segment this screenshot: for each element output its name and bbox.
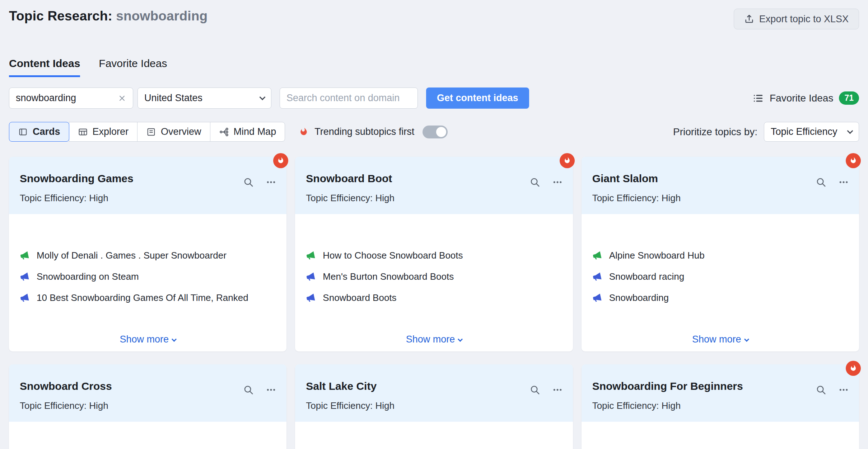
headline-item[interactable]: Molly of Denali . Games . Super Snowboar…	[20, 250, 276, 261]
favorite-ideas-link[interactable]: Favorite Ideas 71	[752, 91, 859, 105]
list-icon	[752, 93, 764, 104]
prioritize-label: Prioritize topics by:	[673, 126, 757, 138]
headline-text: How to Choose Snowboard Boots	[323, 250, 463, 261]
megaphone-icon	[306, 272, 316, 282]
card-topic-efficiency: Topic Efficiency: High	[592, 193, 848, 204]
headline-text: Snowboard racing	[609, 271, 685, 282]
headline-item[interactable]: Men's Burton Snowboard Boots	[306, 271, 562, 282]
card-more-icon[interactable]	[838, 384, 849, 395]
card-actions	[529, 384, 563, 395]
domain-search-input[interactable]	[286, 93, 411, 104]
chevron-down-icon	[260, 94, 266, 100]
view-overview-button[interactable]: Overview	[137, 122, 210, 142]
headline-item[interactable]: Snowboarding	[592, 292, 848, 303]
tab-content-ideas[interactable]: Content Ideas	[9, 57, 80, 77]
card-actions	[529, 177, 563, 188]
card-title: Snowboarding For Beginners	[592, 364, 848, 392]
card-topic-efficiency: Topic Efficiency: High	[592, 400, 848, 411]
card-header: Snowboarding For Beginners Topic Efficie…	[582, 364, 859, 422]
country-select-value: United States	[144, 93, 202, 104]
headline-text: Snowboard Boots	[323, 292, 396, 303]
prioritize-select[interactable]: Topic Efficiency	[764, 122, 859, 142]
page-title: Topic Research:snowboarding	[9, 9, 207, 24]
card-more-icon[interactable]	[266, 177, 276, 188]
card-topic-efficiency: Topic Efficiency: High	[306, 400, 562, 411]
card-search-icon[interactable]	[243, 384, 254, 395]
card-actions	[243, 384, 276, 395]
card-title: Snowboarding Games	[20, 157, 276, 185]
export-xlsx-button[interactable]: Export topic to XLSX	[734, 9, 859, 29]
view-mindmap-button[interactable]: Mind Map	[210, 122, 285, 142]
headline-item[interactable]: Snowboarding on Steam	[20, 271, 276, 282]
chevron-down-icon	[847, 128, 853, 134]
get-content-ideas-button[interactable]: Get content ideas	[426, 88, 529, 109]
cards-view-icon	[18, 127, 28, 137]
view-switcher: Cards Explorer Overview Mind Map	[9, 122, 285, 142]
export-button-label: Export topic to XLSX	[759, 14, 849, 25]
card-headline-list: Alpine Snowboard Hub Snowboard racing Sn…	[582, 214, 859, 303]
topic-cards-grid: Snowboarding Games Topic Efficiency: Hig…	[9, 157, 859, 449]
view-bar: Cards Explorer Overview Mind Map Trendin…	[9, 122, 859, 142]
card-more-icon[interactable]	[266, 384, 276, 395]
show-more-label: Show more	[692, 334, 741, 345]
card-more-icon[interactable]	[838, 177, 849, 188]
export-icon	[744, 14, 754, 24]
card-topic-efficiency: Topic Efficiency: High	[306, 193, 562, 204]
headline-item[interactable]: Snowboard racing	[592, 271, 848, 282]
favorite-ideas-label: Favorite Ideas	[770, 93, 833, 104]
show-more-link[interactable]: Show more	[295, 334, 573, 345]
trending-subtopics-control: Trending subtopics first	[298, 126, 448, 138]
topic-card-giant-slalom: Giant Slalom Topic Efficiency: High Alpi…	[582, 157, 859, 351]
card-search-icon[interactable]	[816, 177, 826, 188]
card-search-icon[interactable]	[529, 177, 540, 188]
headline-text: Molly of Denali . Games . Super Snowboar…	[37, 250, 227, 261]
headline-item[interactable]: Snowboard Boots	[306, 292, 562, 303]
domain-search-box	[280, 88, 418, 109]
topic-card-snowboarding-games: Snowboarding Games Topic Efficiency: Hig…	[9, 157, 286, 351]
topic-research-page: Topic Research:snowboarding Export topic…	[0, 0, 868, 449]
megaphone-icon	[592, 293, 602, 303]
card-topic-efficiency: Topic Efficiency: High	[20, 193, 276, 204]
show-more-link[interactable]: Show more	[582, 334, 859, 345]
tab-favorite-ideas[interactable]: Favorite Ideas	[99, 57, 167, 77]
card-topic-efficiency: Topic Efficiency: High	[20, 400, 276, 411]
view-cards-label: Cards	[33, 126, 60, 137]
megaphone-icon	[20, 251, 29, 260]
country-select[interactable]: United States	[137, 88, 271, 109]
filter-row: United States Get content ideas Favorite…	[9, 88, 859, 109]
headline-item[interactable]: 10 Best Snowboarding Games Of All Time, …	[20, 292, 276, 303]
chevron-down-icon	[458, 337, 463, 342]
card-header: Snowboard Boot Topic Efficiency: High	[295, 157, 573, 214]
mindmap-view-icon	[219, 127, 229, 137]
headline-text: 10 Best Snowboarding Games Of All Time, …	[37, 292, 248, 303]
show-more-link[interactable]: Show more	[9, 334, 286, 345]
headline-item[interactable]: Alpine Snowboard Hub	[592, 250, 848, 261]
trending-subtopics-toggle[interactable]	[423, 126, 448, 138]
megaphone-icon	[306, 293, 316, 303]
headline-text: Men's Burton Snowboard Boots	[323, 271, 454, 282]
tab-bar: Content Ideas Favorite Ideas	[9, 57, 859, 77]
card-search-icon[interactable]	[529, 384, 540, 395]
chevron-down-icon	[744, 337, 749, 342]
prioritize-select-value: Topic Efficiency	[771, 126, 837, 137]
toggle-knob	[436, 127, 446, 137]
card-headline-list: Molly of Denali . Games . Super Snowboar…	[9, 214, 286, 303]
overview-view-icon	[146, 127, 156, 137]
page-title-label: Topic Research:	[9, 9, 112, 23]
megaphone-icon	[306, 251, 316, 260]
view-cards-button[interactable]: Cards	[9, 122, 69, 142]
topic-input[interactable]	[16, 93, 118, 104]
card-search-icon[interactable]	[816, 384, 826, 395]
view-overview-label: Overview	[161, 126, 201, 137]
card-more-icon[interactable]	[552, 384, 563, 395]
view-explorer-button[interactable]: Explorer	[69, 122, 138, 142]
headline-item[interactable]: How to Choose Snowboard Boots	[306, 250, 562, 261]
card-header: Snowboarding Games Topic Efficiency: Hig…	[9, 157, 286, 214]
card-title: Snowboard Boot	[306, 157, 562, 185]
chevron-down-icon	[172, 337, 177, 342]
card-search-icon[interactable]	[243, 177, 254, 188]
card-more-icon[interactable]	[552, 177, 563, 188]
clear-topic-icon[interactable]	[118, 94, 126, 103]
flame-icon	[298, 127, 309, 137]
trending-flame-badge	[846, 153, 861, 168]
